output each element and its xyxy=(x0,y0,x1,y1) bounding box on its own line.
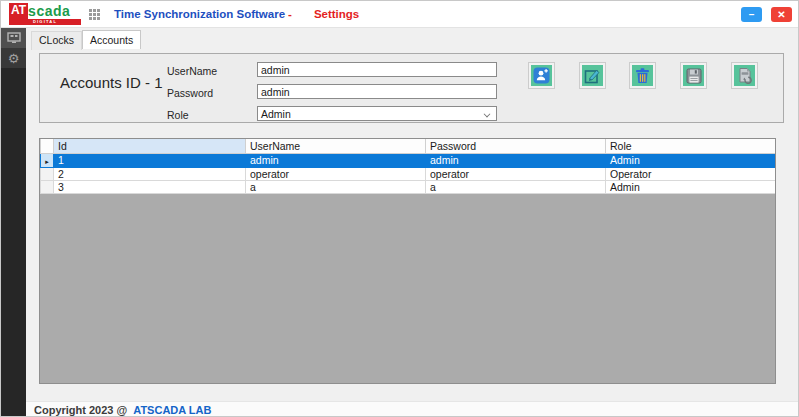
tab-accounts[interactable]: Accounts xyxy=(82,30,141,49)
table-row[interactable]: ▸ 1 admin admin Admin xyxy=(41,153,776,167)
sidebar-item-clocks[interactable] xyxy=(1,28,26,48)
username-field[interactable] xyxy=(257,62,497,77)
cell-username[interactable]: operator xyxy=(246,167,426,180)
grid-menu-icon[interactable] xyxy=(89,9,100,20)
logo-at: AT xyxy=(9,3,28,19)
delete-button[interactable] xyxy=(630,63,655,88)
logo-scada: scada xyxy=(28,4,70,19)
cell-username[interactable]: admin xyxy=(246,153,426,167)
accounts-id-title: Accounts ID - 1 xyxy=(60,74,163,91)
row-selector-cell[interactable]: ▸ xyxy=(41,153,54,167)
cell-role[interactable]: Admin xyxy=(606,153,776,167)
edit-button[interactable] xyxy=(580,63,605,88)
cell-password[interactable]: admin xyxy=(426,153,606,167)
cell-password[interactable]: a xyxy=(426,180,606,193)
current-row-arrow-icon: ▸ xyxy=(45,158,49,165)
chevron-down-icon xyxy=(484,111,491,116)
add-user-icon xyxy=(533,67,550,84)
atscada-logo: ATscada DIGITAL TRANSFORMATION xyxy=(9,3,81,25)
column-header-username[interactable]: UserName xyxy=(246,139,426,153)
edit-pencil-icon xyxy=(584,67,601,84)
tabstrip: CLocks Accounts xyxy=(31,31,141,50)
copyright-text: Copyright 2023 @ xyxy=(34,404,127,416)
settings-menu-item[interactable]: Settings xyxy=(314,8,359,20)
role-dropdown-value: Admin xyxy=(261,108,291,120)
titlebar: ATscada DIGITAL TRANSFORMATION Time Sync… xyxy=(1,1,799,28)
column-header-password[interactable]: Password xyxy=(426,139,606,153)
menu-dropdown-dash: - xyxy=(288,8,292,20)
username-label: UserName xyxy=(167,65,217,77)
cell-id[interactable]: 2 xyxy=(54,167,246,180)
accounts-groupbox: Accounts ID - 1 UserName Password Role A… xyxy=(39,53,784,123)
settings-page: CLocks Accounts Accounts ID - 1 UserName… xyxy=(26,28,799,401)
row-selector-header xyxy=(41,139,54,153)
logo-tagline: DIGITAL TRANSFORMATION xyxy=(9,19,81,25)
row-selector-cell[interactable] xyxy=(41,180,54,193)
cell-username[interactable]: a xyxy=(246,180,426,193)
sidebar-item-settings[interactable]: ⚙ xyxy=(1,48,26,68)
table-row[interactable]: 3 a a Admin xyxy=(41,180,776,193)
minimize-button[interactable]: – xyxy=(741,7,762,22)
column-header-id[interactable]: Id xyxy=(54,139,246,153)
reload-document-icon xyxy=(737,67,753,84)
password-field[interactable] xyxy=(257,84,497,99)
role-label: Role xyxy=(167,109,189,121)
refresh-button[interactable] xyxy=(732,63,757,88)
atscada-lab-link[interactable]: ATSCADA LAB xyxy=(133,404,211,416)
floppy-disk-icon xyxy=(686,68,702,84)
close-button[interactable]: ✕ xyxy=(771,7,792,22)
table-header-row: Id UserName Password Role xyxy=(41,139,776,153)
column-header-role[interactable]: Role xyxy=(606,139,776,153)
add-user-button[interactable] xyxy=(529,63,554,88)
accounts-grid: Id UserName Password Role ▸ 1 admin admi… xyxy=(39,138,776,384)
cell-id[interactable]: 1 xyxy=(54,153,246,167)
app-window: ATscada DIGITAL TRANSFORMATION Time Sync… xyxy=(0,0,799,417)
row-selector-cell[interactable] xyxy=(41,167,54,180)
monitor-icon xyxy=(7,32,21,44)
app-title-menu[interactable]: Time Synchronization Software xyxy=(114,8,285,20)
cell-role[interactable]: Operator xyxy=(606,167,776,180)
tab-clocks[interactable]: CLocks xyxy=(31,31,82,50)
accounts-table: Id UserName Password Role ▸ 1 admin admi… xyxy=(40,139,776,194)
password-label: Password xyxy=(167,87,213,99)
logo-wordmark: ATscada xyxy=(9,3,81,19)
role-dropdown[interactable]: Admin xyxy=(257,106,497,121)
trash-icon xyxy=(635,67,650,84)
gear-icon: ⚙ xyxy=(8,52,20,65)
save-button[interactable] xyxy=(681,63,706,88)
cell-password[interactable]: operator xyxy=(426,167,606,180)
cell-id[interactable]: 3 xyxy=(54,180,246,193)
table-row[interactable]: 2 operator operator Operator xyxy=(41,167,776,180)
cell-role[interactable]: Admin xyxy=(606,180,776,193)
sidebar: ⚙ xyxy=(1,28,26,417)
statusbar: Copyright 2023 @ ATSCADA LAB xyxy=(26,401,799,417)
